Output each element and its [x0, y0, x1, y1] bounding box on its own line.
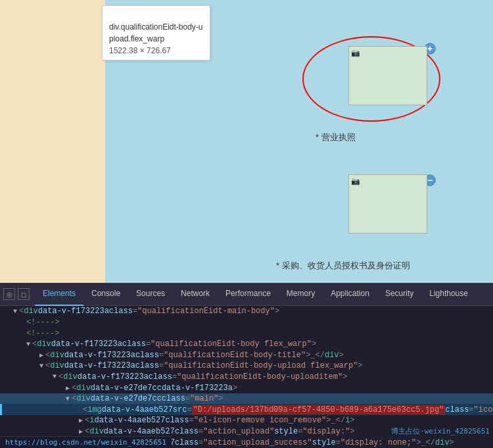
tab-application-label: Application: [331, 289, 369, 298]
url-tooltip: https://blog.csdn.net/weixin_42825651: [0, 436, 172, 448]
code-line-4[interactable]: ▼ <div data-v-f173223a class="qualificat…: [0, 339, 493, 350]
triangle-4: ▼: [26, 341, 30, 348]
triangle-8: ▶: [66, 384, 70, 392]
tab-sources-label: Sources: [136, 289, 165, 298]
code-line-1[interactable]: ▼ <div data-v-f173223a class="qualificat…: [0, 306, 493, 317]
tab-memory-label: Memory: [287, 289, 315, 298]
image-icon-1: 📷: [351, 49, 360, 57]
code-line-7[interactable]: ▼ <div data-v-f173223a class="qualificat…: [0, 372, 493, 383]
triangle-5: ▶: [39, 351, 43, 359]
upload-label-1: * 营业执照: [316, 132, 356, 143]
code-line-8[interactable]: ▶ <div data-v-e27de7cc data-v-f173223a>: [0, 382, 493, 393]
upload-label-2: * 采购、收货人员授权书及身份证明: [276, 260, 410, 272]
tab-elements[interactable]: Elements: [35, 283, 83, 306]
triangle-1: ▼: [13, 308, 17, 315]
tooltip-dimensions: 1522.38 × 726.67: [109, 46, 171, 55]
tab-performance[interactable]: Performance: [218, 283, 279, 306]
preview-area: div.qualificationEidt-body-u pload.flex_…: [0, 0, 493, 283]
tab-performance-label: Performance: [225, 289, 271, 298]
code-line-9[interactable]: ▼ <div data-v-e27de7cc class="main">: [0, 393, 493, 405]
tab-lighthouse-label: Lighthouse: [429, 289, 468, 298]
tab-memory[interactable]: Memory: [279, 283, 323, 306]
url-text: https://blog.csdn.net/weixin_42825651: [5, 438, 166, 447]
code-line-3: <!---->: [0, 328, 493, 339]
tab-application[interactable]: Application: [323, 283, 377, 306]
tab-sources[interactable]: Sources: [128, 283, 173, 306]
tab-elements-label: Elements: [43, 289, 76, 298]
image-upload-box-1[interactable]: 📷: [348, 46, 427, 105]
triangle-7: ▼: [53, 373, 57, 380]
code-line-11[interactable]: ▶ <i data-v-4aaeb527 class="el-icon-remo…: [0, 415, 493, 426]
tab-network[interactable]: Network: [173, 283, 218, 306]
inspect-element-button[interactable]: ◎: [3, 288, 15, 300]
tab-network-label: Network: [181, 289, 210, 298]
tab-console-label: Console: [91, 289, 120, 298]
code-line-2: <!---->: [0, 317, 493, 328]
tab-lighthouse[interactable]: Lighthouse: [421, 283, 476, 306]
triangle-6: ▼: [39, 362, 43, 370]
code-line-6[interactable]: ▼ <div data-v-f173223a class="qualificat…: [0, 361, 493, 372]
triangle-9: ▼: [66, 395, 70, 403]
tab-console[interactable]: Console: [83, 283, 128, 306]
code-line-10-img[interactable]: <img data-v-4aaeb527 src="D:/uploads/137…: [0, 404, 493, 415]
devtools-tabs-bar: ◎ ◻ Elements Console Sources Network Per…: [0, 283, 493, 306]
watermark: 博主占位·weixin_42825651: [391, 426, 490, 436]
devtools-panel: ◎ ◻ Elements Console Sources Network Per…: [0, 283, 493, 448]
tab-security[interactable]: Security: [377, 283, 421, 306]
devtools-left-icons: ◎ ◻: [3, 288, 30, 300]
tooltip-class: div.qualificationEidt-body-u pload.flex_…: [109, 22, 203, 43]
image-upload-box-2[interactable]: 📷: [348, 174, 427, 234]
left-sidebar: [0, 0, 105, 283]
triangle-12: ▶: [79, 428, 83, 436]
code-line-5[interactable]: ▶ <div data-v-f173223a class="qualificat…: [0, 349, 493, 361]
device-toolbar-button[interactable]: ◻: [18, 288, 30, 300]
element-tooltip: div.qualificationEidt-body-u pload.flex_…: [102, 5, 210, 61]
triangle-11: ▶: [79, 416, 83, 424]
image-icon-2: 📷: [351, 177, 360, 186]
tab-security-label: Security: [385, 289, 413, 298]
